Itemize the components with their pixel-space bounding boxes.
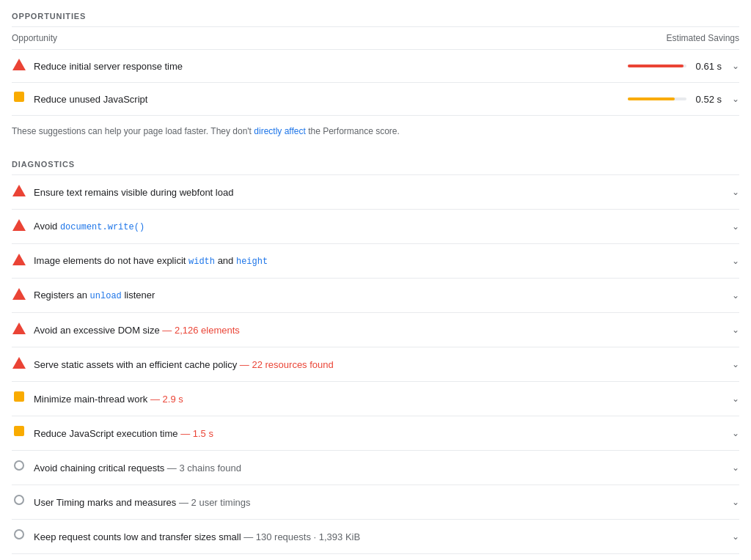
diag-label-cache-policy: Serve static assets with an efficient ca…: [34, 359, 725, 370]
savings-bar-unused-js: [628, 97, 686, 100]
diag-row-critical-requests[interactable]: Avoid chaining critical requests — 3 cha…: [12, 451, 739, 485]
critical-requests-info: — 3 chains found: [167, 463, 241, 474]
circle-gray-icon-user-timing: [12, 495, 26, 509]
diag-row-user-timing[interactable]: User Timing marks and measures — 2 user …: [12, 485, 739, 520]
opportunity-label-server-response: Reduce initial server response time: [34, 61, 622, 72]
triangle-red-icon-unload: [12, 288, 26, 303]
cache-policy-info: — 22 resources found: [240, 359, 334, 370]
diag-row-unload[interactable]: Registers an unload listener ⌄: [12, 279, 739, 313]
chevron-icon-webfont: ⌄: [732, 187, 739, 197]
chevron-icon-critical-requests: ⌄: [732, 463, 739, 473]
width-code: width: [188, 257, 215, 267]
diag-label-image-elements: Image elements do not have explicit widt…: [34, 255, 725, 267]
circle-gray-icon-critical: [12, 460, 26, 475]
column-headers: Opportunity Estimated Savings: [12, 27, 739, 50]
diag-label-main-thread: Minimize main-thread work — 2.9 s: [34, 394, 725, 405]
triangle-red-icon-dom: [12, 323, 26, 337]
savings-value-server-response: 0.61 s: [692, 61, 722, 72]
diag-label-document-write: Avoid document.write(): [34, 221, 725, 232]
chevron-icon-unused-js: ⌄: [732, 94, 739, 104]
diag-label-dom-size: Avoid an excessive DOM size — 2,126 elem…: [34, 325, 725, 336]
unload-code: unload: [90, 291, 122, 301]
chevron-icon-dom-size: ⌄: [732, 325, 739, 335]
square-orange-icon-main-thread: [12, 391, 26, 406]
diagnostics-title: DIAGNOSTICS: [12, 160, 739, 175]
js-execution-info: — 1.5 s: [180, 428, 213, 439]
savings-value-unused-js: 0.52 s: [692, 94, 722, 105]
diag-row-dom-size[interactable]: Avoid an excessive DOM size — 2,126 elem…: [12, 313, 739, 347]
savings-area-unused-js: 0.52 s ⌄: [622, 94, 739, 105]
circle-gray-icon-request-counts: [12, 529, 26, 544]
request-counts-info: — 130 requests · 1,393 KiB: [243, 531, 360, 542]
dom-size-info: — 2,126 elements: [162, 325, 240, 336]
chevron-icon-request-counts: ⌄: [732, 531, 739, 542]
chevron-icon-cache-policy: ⌄: [732, 359, 739, 369]
diag-row-webfont[interactable]: Ensure text remains visible during webfo…: [12, 175, 739, 210]
square-orange-icon-js-execution: [12, 426, 26, 441]
directly-affect-link[interactable]: directly affect: [254, 126, 305, 136]
triangle-red-icon-cache: [12, 357, 26, 372]
bar-fill-red: [628, 65, 684, 67]
column-opportunity-label: Opportunity: [12, 33, 57, 43]
diag-row-js-execution[interactable]: Reduce JavaScript execution time — 1.5 s…: [12, 416, 739, 451]
chevron-icon-server-response: ⌄: [732, 61, 739, 71]
chevron-icon-main-thread: ⌄: [732, 394, 739, 404]
triangle-red-icon-image: [12, 254, 26, 268]
diag-label-request-counts: Keep request counts low and transfer siz…: [34, 531, 725, 542]
square-orange-icon: [12, 92, 26, 106]
diag-row-image-elements[interactable]: Image elements do not have explicit widt…: [12, 244, 739, 279]
bar-fill-orange: [628, 97, 675, 100]
chevron-icon-js-execution: ⌄: [732, 428, 739, 438]
diag-label-webfont: Ensure text remains visible during webfo…: [34, 187, 725, 198]
opportunities-title: OPPORTUNITIES: [12, 12, 739, 27]
diag-row-request-counts[interactable]: Keep request counts low and transfer siz…: [12, 520, 739, 554]
opportunity-label-unused-js: Reduce unused JavaScript: [34, 94, 622, 105]
opportunities-section: OPPORTUNITIES Opportunity Estimated Savi…: [12, 12, 739, 154]
triangle-red-icon: [12, 59, 26, 73]
savings-area-server-response: 0.61 s ⌄: [622, 61, 739, 72]
triangle-red-icon-docwrite: [12, 219, 26, 234]
opportunities-note: These suggestions can help your page loa…: [12, 116, 739, 154]
column-savings-label: Estimated Savings: [667, 33, 739, 43]
triangle-red-icon-webfont: [12, 185, 26, 199]
chevron-icon-user-timing: ⌄: [732, 497, 739, 507]
diag-row-document-write[interactable]: Avoid document.write() ⌄: [12, 210, 739, 244]
diag-label-unload: Registers an unload listener: [34, 290, 725, 301]
chevron-icon-unload: ⌄: [732, 290, 739, 301]
savings-bar-server-response: [628, 65, 686, 67]
height-code: height: [236, 257, 268, 267]
main-thread-info: — 2.9 s: [150, 394, 183, 405]
chevron-icon-image-elements: ⌄: [732, 256, 739, 266]
opportunity-row-server-response[interactable]: Reduce initial server response time 0.61…: [12, 50, 739, 83]
chevron-icon-document-write: ⌄: [732, 221, 739, 232]
diag-row-main-thread[interactable]: Minimize main-thread work — 2.9 s ⌄: [12, 382, 739, 416]
opportunity-row-unused-js[interactable]: Reduce unused JavaScript 0.52 s ⌄: [12, 83, 739, 116]
diag-label-js-execution: Reduce JavaScript execution time — 1.5 s: [34, 428, 725, 439]
diag-row-cache-policy[interactable]: Serve static assets with an efficient ca…: [12, 347, 739, 382]
document-write-code: document.write(): [60, 222, 144, 232]
diag-label-critical-requests: Avoid chaining critical requests — 3 cha…: [34, 463, 725, 474]
diag-label-user-timing: User Timing marks and measures — 2 user …: [34, 497, 725, 508]
user-timing-info: — 2 user timings: [179, 497, 251, 508]
diagnostics-section: DIAGNOSTICS Ensure text remains visible …: [12, 160, 739, 554]
